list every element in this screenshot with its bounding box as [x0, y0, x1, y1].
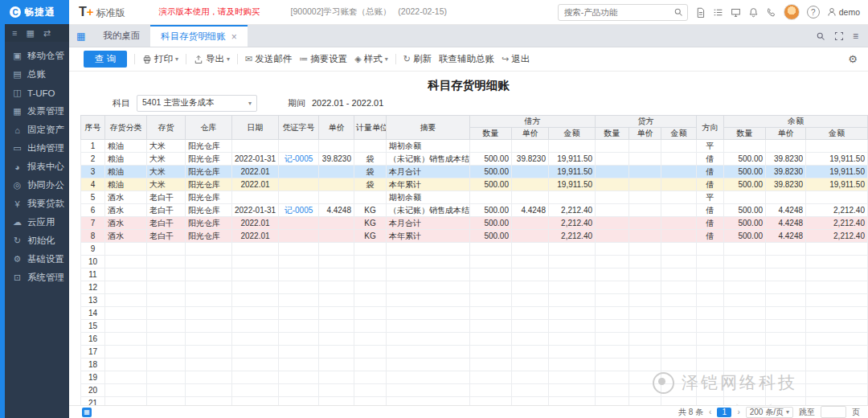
col-summary[interactable]: 摘要	[387, 116, 470, 140]
table-row[interactable]: 9	[81, 243, 868, 256]
sidebar-item[interactable]: ⌂固定资产	[5, 121, 69, 139]
search-icon[interactable]	[674, 7, 683, 17]
voucher-link[interactable]: 记-0005	[279, 204, 319, 217]
user-name: demo	[839, 7, 860, 17]
sidebar-item[interactable]: ▤总账	[5, 65, 69, 84]
product-search[interactable]	[558, 4, 688, 21]
linked-aux-ledger-button[interactable]: 联查辅助总账	[439, 53, 494, 65]
user-menu[interactable]: demo	[827, 7, 860, 17]
desktop-grid-icon[interactable]: ▦	[76, 31, 85, 42]
apps-grid-icon[interactable]: ▦	[26, 28, 34, 39]
sidebar-item[interactable]: ◕报表中心	[5, 158, 69, 176]
table-cell	[319, 243, 354, 256]
prev-page-button[interactable]: ‹	[709, 408, 711, 416]
sidebar-item[interactable]: ▭出纳管理	[5, 139, 69, 158]
voucher-link[interactable]: 记-0005	[279, 153, 319, 166]
send-mail-button[interactable]: ✉ 发送邮件	[245, 53, 292, 65]
print-button[interactable]: 打印 ▾	[142, 53, 178, 65]
tab-my-desktop[interactable]: 我的桌面	[92, 25, 150, 47]
help-icon[interactable]: ?	[807, 6, 820, 18]
col-debit-qty[interactable]: 数量	[470, 128, 512, 140]
table-row[interactable]: 8酒水老白干阳光仓库2022.01KG本年累计500.002,212.40借50…	[81, 230, 868, 243]
table-row[interactable]: 6酒水老白干阳光仓库2022-01-31记-00054.4248KG（未记账）销…	[81, 204, 868, 217]
search-input[interactable]	[563, 6, 670, 18]
table-row[interactable]: 14	[81, 307, 868, 320]
sidebar-item[interactable]: ⚙基础设置	[5, 250, 69, 268]
col-balance-qty[interactable]: 数量	[724, 128, 766, 140]
col-credit-qty[interactable]: 数量	[596, 128, 629, 140]
subject-select[interactable]: 5401 主营业务成本 ▾	[137, 95, 257, 112]
sidebar-item[interactable]: ▦发票管理	[5, 102, 69, 121]
table-row[interactable]: 2粮油大米阳光仓库2022-01-31记-000539.8230袋（未记账）销售…	[81, 153, 868, 166]
table-row[interactable]: 10	[81, 256, 868, 268]
page-size-select[interactable]: 200 条/页 ▾	[746, 407, 793, 418]
query-button[interactable]: 查 询	[84, 51, 127, 68]
table-row[interactable]: 15	[81, 320, 868, 333]
close-icon[interactable]: ×	[231, 31, 237, 43]
table-cell	[806, 256, 868, 268]
task-list-icon[interactable]	[713, 7, 723, 18]
tab-subject-inventory-ledger[interactable]: 科目存货明细账 ×	[150, 25, 248, 47]
gear-icon[interactable]: ⚙	[848, 53, 858, 65]
sidebar-item[interactable]: ◎协同办公	[5, 176, 69, 195]
exit-button[interactable]: ↪ 退出	[502, 53, 530, 65]
table-cell	[387, 320, 470, 333]
table-row[interactable]: 7酒水老白干阳光仓库2022.01KG本月合计500.002,212.40借50…	[81, 217, 868, 230]
tab-list-icon[interactable]: ≡	[853, 31, 858, 42]
table-row[interactable]: 18	[81, 359, 868, 371]
col-balance-amount[interactable]: 金额	[806, 128, 868, 140]
phone-icon[interactable]	[766, 7, 776, 18]
next-page-button[interactable]: ›	[737, 408, 739, 416]
user-avatar[interactable]	[784, 4, 800, 20]
swap-icon[interactable]: ⇄	[43, 28, 51, 39]
col-date[interactable]: 日期	[232, 116, 279, 140]
document-icon[interactable]	[695, 7, 706, 18]
sidebar-item[interactable]: ☁云应用	[5, 213, 69, 232]
table-row[interactable]: 4粮油大米阳光仓库2022.01袋本年累计500.0019,911.50借500…	[81, 178, 868, 191]
col-inventory[interactable]: 存货	[147, 116, 186, 140]
col-uom[interactable]: 计量单位	[354, 116, 387, 140]
col-debit-amount[interactable]: 金额	[549, 128, 596, 140]
table-row[interactable]: 11	[81, 268, 868, 281]
col-warehouse[interactable]: 仓库	[186, 116, 232, 140]
current-page-button[interactable]: 1	[717, 408, 731, 417]
table-cell	[766, 307, 806, 320]
col-unit-price[interactable]: 单价	[319, 116, 354, 140]
sidebar-item[interactable]: ▣移动仓管	[5, 47, 69, 65]
style-button[interactable]: ◈ 样式 ▾	[354, 53, 387, 65]
table-cell: 39.8230	[766, 178, 806, 191]
sidebar-item[interactable]: ⊡系统管理	[5, 268, 69, 287]
col-balance-price[interactable]: 单价	[766, 128, 806, 140]
col-debit-price[interactable]: 单价	[512, 128, 549, 140]
export-button[interactable]: 导出 ▾	[194, 53, 230, 65]
table-cell	[279, 191, 319, 204]
summary-settings-button[interactable]: ≔ 摘要设置	[299, 53, 347, 65]
table-row[interactable]: 13	[81, 294, 868, 307]
table-row[interactable]: 5酒水老白干阳光仓库期初余额平	[81, 191, 868, 204]
table-cell	[697, 346, 724, 359]
search-icon[interactable]	[816, 31, 825, 41]
table-row[interactable]: 17	[81, 346, 868, 359]
col-no[interactable]: 序号	[81, 116, 105, 140]
table-cell: 阳光仓库	[186, 178, 232, 191]
sidebar-item[interactable]: ◫T-UFO	[5, 84, 69, 102]
table-row[interactable]: 3粮油大米阳光仓库2022.01袋本月合计500.0019,911.50借500…	[81, 166, 868, 178]
col-direction[interactable]: 方向	[697, 116, 724, 140]
table-row[interactable]: 16	[81, 333, 868, 346]
monitor-icon[interactable]	[731, 7, 741, 18]
jump-page-input[interactable]	[821, 406, 846, 418]
menu-icon[interactable]: ≡	[12, 28, 17, 38]
col-voucher[interactable]: 凭证字号	[279, 116, 319, 140]
sidebar-item[interactable]: ↻初始化	[5, 232, 69, 250]
sidebar-item[interactable]: ¥我要贷款	[5, 195, 69, 213]
col-credit-amount[interactable]: 金额	[661, 128, 697, 140]
grid-view-icon[interactable]: ▦	[82, 408, 92, 417]
table-cell	[319, 359, 354, 371]
fullscreen-icon[interactable]	[834, 31, 844, 41]
col-category[interactable]: 存货分类	[105, 116, 147, 140]
table-row[interactable]: 1粮油大米阳光仓库期初余额平	[81, 140, 868, 153]
refresh-button[interactable]: ↻ 刷新	[403, 53, 432, 65]
col-credit-price[interactable]: 单价	[629, 128, 661, 140]
table-row[interactable]: 12	[81, 281, 868, 294]
bell-icon[interactable]	[748, 7, 759, 18]
